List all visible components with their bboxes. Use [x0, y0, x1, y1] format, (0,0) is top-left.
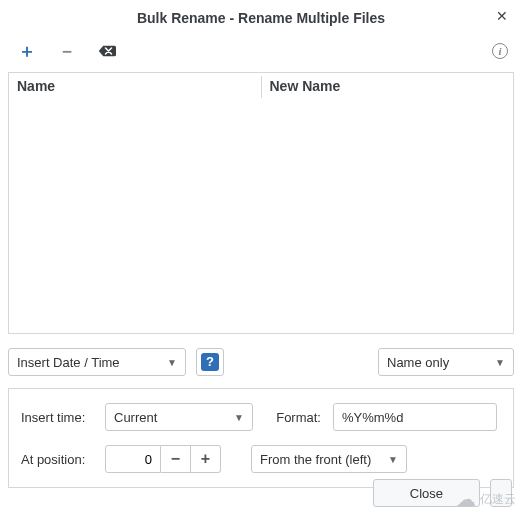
insert-time-label: Insert time: — [21, 410, 93, 425]
rename-mode-value: Insert Date / Time — [17, 355, 161, 370]
column-header-name[interactable]: Name — [9, 73, 261, 101]
position-decrement[interactable]: − — [161, 445, 191, 473]
clear-list-button[interactable] — [98, 42, 116, 60]
position-stepper: − + — [105, 445, 221, 473]
apply-to-value: Name only — [387, 355, 489, 370]
info-icon[interactable]: i — [492, 43, 508, 59]
position-input[interactable] — [105, 445, 161, 473]
chevron-down-icon: ▼ — [495, 357, 505, 368]
format-input[interactable] — [333, 403, 497, 431]
options-panel: Insert time: Current ▼ Format: At positi… — [8, 388, 514, 488]
chevron-down-icon: ▼ — [388, 454, 398, 465]
file-list: Name New Name — [8, 72, 514, 334]
secondary-button[interactable] — [490, 479, 512, 507]
chevron-down-icon: ▼ — [234, 412, 244, 423]
insert-time-value: Current — [114, 410, 228, 425]
direction-value: From the front (left) — [260, 452, 382, 467]
column-header-new-name[interactable]: New Name — [262, 73, 514, 101]
close-icon[interactable]: ✕ — [490, 6, 514, 26]
rename-mode-select[interactable]: Insert Date / Time ▼ — [8, 348, 186, 376]
close-button[interactable]: Close — [373, 479, 480, 507]
position-increment[interactable]: + — [191, 445, 221, 473]
direction-select[interactable]: From the front (left) ▼ — [251, 445, 407, 473]
insert-time-select[interactable]: Current ▼ — [105, 403, 253, 431]
add-files-button[interactable]: ＋ — [18, 42, 36, 60]
toolbar: ＋ － i — [0, 36, 522, 66]
remove-files-button[interactable]: － — [58, 42, 76, 60]
chevron-down-icon: ▼ — [167, 357, 177, 368]
format-label: Format: — [265, 410, 321, 425]
apply-to-select[interactable]: Name only ▼ — [378, 348, 514, 376]
at-position-label: At position: — [21, 452, 93, 467]
window-title: Bulk Rename - Rename Multiple Files — [137, 10, 385, 26]
help-button[interactable]: ? — [196, 348, 224, 376]
question-icon: ? — [201, 353, 219, 371]
